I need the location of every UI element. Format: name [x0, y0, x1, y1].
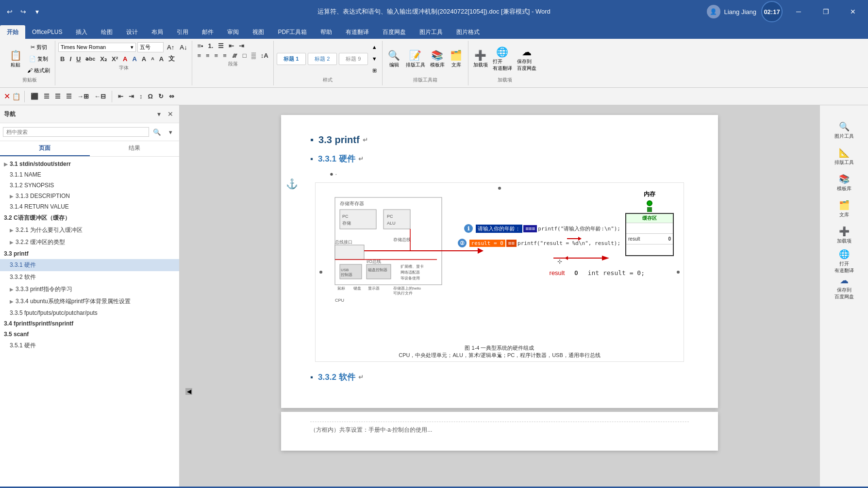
nav-item-3.3.5[interactable]: 3.3.5 fputc/fputs/putc/putchar/puts	[0, 308, 179, 318]
nav-item-3.1.4[interactable]: 3.1.4 RETURN VALUE	[0, 201, 179, 212]
baidu-right-button[interactable]: ☁ 保存到百度网盘	[827, 275, 862, 300]
shading-button[interactable]: ▒	[250, 51, 258, 60]
restore-button[interactable]: ❐	[815, 4, 837, 19]
nav-item-3.2.2[interactable]: ▶ 3.2.2 缓冲区的类型	[0, 236, 179, 248]
nav-search-input[interactable]	[3, 127, 149, 137]
tab-pdf[interactable]: PDF工具箱	[271, 25, 314, 39]
tab-baidu[interactable]: 百度网盘	[376, 25, 413, 39]
increase-indent-btn[interactable]: ⇤	[116, 92, 125, 100]
styles-expand-button[interactable]: ⊞	[370, 65, 379, 76]
customize-button[interactable]: ▾	[31, 6, 43, 17]
nav-item-3.1.1[interactable]: 3.1.1 NAME	[0, 169, 179, 180]
doc-lib-button[interactable]: 🗂️ 文库	[448, 45, 465, 72]
bullet-list-button[interactable]: ≡•	[195, 42, 205, 50]
text-size-large[interactable]: A	[140, 55, 148, 63]
nav-search-button[interactable]: 🔍	[151, 126, 163, 138]
edit-button[interactable]: 🔍 编辑	[385, 45, 403, 72]
cursor-position[interactable]: ⊹	[557, 258, 562, 263]
nav-close-button[interactable]: ✕	[166, 109, 175, 119]
styles-down-button[interactable]: ▼	[370, 53, 379, 64]
nav-item-3.2[interactable]: 3.2 C语言缓冲区（缓存）	[0, 212, 179, 224]
copy-button[interactable]: 📄 复制	[25, 53, 52, 64]
border-button[interactable]: □	[241, 51, 249, 60]
number-list-button[interactable]: 1.	[206, 42, 216, 50]
nav-item-3.3.4[interactable]: ▶ 3.3.4 ubuntu系统终端printf字体背景属性设置	[0, 295, 179, 308]
nav-collapse-button[interactable]: ▾	[154, 109, 164, 119]
youdao-right-button[interactable]: 🌐 打开有道翻译	[827, 249, 862, 274]
rotation-btn[interactable]: ↻	[156, 92, 166, 100]
mirror-btn[interactable]: ⇔	[167, 92, 176, 100]
tab-review[interactable]: 审阅	[220, 25, 246, 39]
style-heading9[interactable]: 标题 9	[339, 53, 368, 65]
nav-item-3.3.1[interactable]: 3.3.1 硬件	[0, 259, 179, 271]
tab-pictools[interactable]: 图片工具	[413, 25, 450, 39]
indent-decrease-button[interactable]: ⇤	[227, 42, 236, 50]
tab-youdao[interactable]: 有道翻译	[339, 25, 376, 39]
align-justify-button[interactable]: ≡	[221, 51, 229, 60]
decrease-indent-btn[interactable]: ⇥	[127, 92, 136, 100]
addon-right-button[interactable]: ➕ 加载项	[827, 223, 862, 248]
save-baidu-button[interactable]: ☁ 保存到百度网盘	[515, 45, 538, 72]
styles-up-button[interactable]: ▲	[370, 42, 379, 52]
tab-picformat[interactable]: 图片格式	[450, 25, 486, 39]
template-lib-button[interactable]: 📚 模板库	[428, 45, 447, 72]
tab-design[interactable]: 设计	[119, 25, 145, 39]
increase-font-button[interactable]: A↑	[165, 42, 176, 52]
tab-help[interactable]: 帮助	[314, 25, 339, 39]
nav-item-3.5[interactable]: 3.5 scanf	[0, 329, 179, 340]
doc-lib-right-button[interactable]: 🗂️ 文库	[827, 196, 862, 222]
italic-button[interactable]: I	[67, 55, 73, 63]
style-heading2[interactable]: 标题 2	[308, 53, 337, 65]
decrease-font-button[interactable]: A↓	[178, 42, 189, 52]
document-area[interactable]: ◀ ▪ 3.3 printf ↵ ▪ 3.3.1 硬件 ↵ ⚓ ● ·	[180, 105, 819, 487]
font-size-selector[interactable]: 五号	[137, 42, 164, 52]
text-size-small[interactable]: A	[149, 56, 156, 62]
nav-item-3.1[interactable]: ▶ 3.1 stdin/stdout/stderr	[0, 159, 179, 169]
indent-inc-btn2[interactable]: →⊞	[75, 92, 91, 100]
redo-button[interactable]: ↪	[17, 6, 29, 17]
tab-draw[interactable]: 绘图	[94, 25, 119, 39]
tab-home[interactable]: 开始	[0, 25, 25, 39]
superscript-button[interactable]: X²	[110, 55, 120, 63]
layout-tool-right-button[interactable]: 📐 排版工具	[827, 144, 862, 169]
scroll-left-button[interactable]: ◀	[185, 388, 192, 395]
nav-search-dropdown[interactable]: ▾	[165, 126, 176, 138]
subscript-button[interactable]: X₂	[98, 55, 109, 63]
nav-item-3.3.2[interactable]: 3.3.2 软件	[0, 271, 179, 283]
linespace-btn[interactable]: ↕	[137, 92, 145, 100]
align-center-button[interactable]: ≡	[204, 51, 212, 60]
nav-item-3.1.2[interactable]: 3.1.2 SYNOPSIS	[0, 180, 179, 191]
image-tools-button[interactable]: 🔍 图片工具	[827, 118, 862, 143]
layout-tool-button[interactable]: 📝 排版工具	[404, 45, 427, 72]
tab-view[interactable]: 视图	[246, 25, 271, 39]
nav-item-3.5.1[interactable]: 3.5.1 硬件	[0, 340, 179, 352]
strikethrough-button[interactable]: a̶bc	[83, 55, 97, 63]
align-right-button[interactable]: ≡	[213, 51, 220, 60]
phonetic-button[interactable]: 文	[167, 54, 177, 64]
minimize-button[interactable]: ─	[787, 4, 810, 19]
font-color-button[interactable]: A	[130, 55, 138, 63]
undo-button[interactable]: ↩	[4, 6, 16, 17]
tab-layout[interactable]: 布局	[145, 25, 170, 39]
special-symbol-btn[interactable]: Ω	[146, 92, 155, 100]
tab-insert[interactable]: 插入	[69, 25, 94, 39]
close-button[interactable]: ✕	[842, 4, 864, 19]
format-painter-button[interactable]: 🖌 格式刷	[25, 65, 52, 76]
nav-item-3.4[interactable]: 3.4 fprintf/sprintf/snprintf	[0, 318, 179, 329]
template-right-button[interactable]: 📚 模板库	[827, 170, 862, 195]
tab-officeplus[interactable]: OfficePLUS	[25, 25, 69, 39]
nav-tab-results[interactable]: 结果	[90, 141, 180, 156]
outline-button[interactable]: ☰	[216, 42, 226, 50]
nav-item-3.1.3[interactable]: ▶ 3.1.3 DESCRIPTION	[0, 191, 179, 201]
indent-dec-btn2[interactable]: ←⊟	[92, 92, 108, 100]
align-left-button[interactable]: ≡	[195, 51, 203, 60]
style-heading1[interactable]: 标题 1	[277, 53, 306, 65]
paste-button[interactable]: 📋 粘贴	[7, 45, 24, 72]
align-left-btn2[interactable]: ⬛	[29, 92, 40, 100]
sort-button[interactable]: ↕A	[259, 51, 270, 60]
align-right-btn2[interactable]: ☰	[53, 92, 63, 100]
nav-tab-pages[interactable]: 页面	[0, 141, 90, 156]
clear-format-button[interactable]: A	[121, 55, 129, 63]
nav-item-3.2.1[interactable]: ▶ 3.2.1 为什么要引入缓冲区	[0, 224, 179, 236]
nav-item-3.3[interactable]: 3.3 printf	[0, 248, 179, 259]
